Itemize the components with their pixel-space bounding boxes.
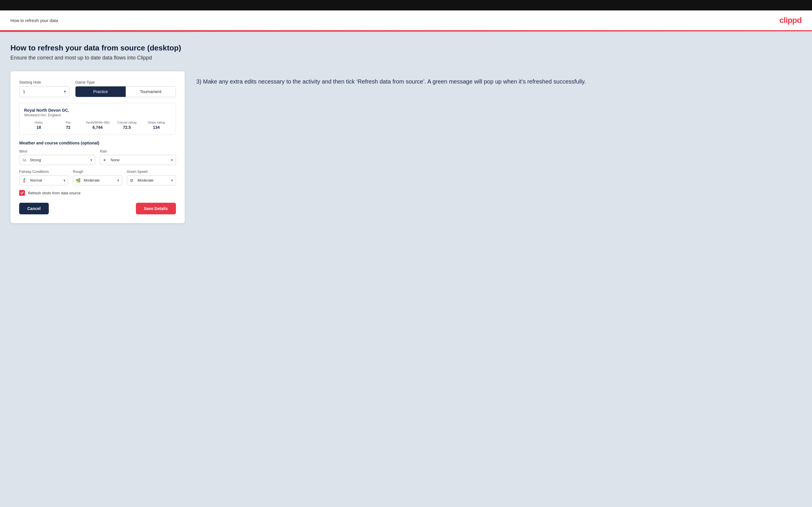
course-rating-stat: Course rating 72.5	[112, 121, 142, 130]
form-panel: Starting Hole 1 ▼ Game Type Practice Tou…	[10, 71, 185, 223]
refresh-label: Refresh shots from data source	[28, 191, 81, 195]
refresh-checkbox[interactable]	[19, 190, 25, 196]
save-button[interactable]: Save Details	[136, 203, 176, 214]
practice-button[interactable]: Practice	[75, 87, 125, 97]
starting-hole-select[interactable]: 1	[19, 86, 69, 97]
cancel-button[interactable]: Cancel	[19, 203, 49, 214]
fairway-select[interactable]: Normal	[19, 175, 68, 185]
page-subtitle: Ensure the correct and most up to date d…	[10, 55, 802, 61]
par-stat: Par 72	[53, 121, 83, 130]
course-info-box: Royal North Devon GC, Westward Ho!, Engl…	[19, 103, 176, 135]
green-speed-select[interactable]: Moderate	[127, 175, 176, 185]
action-row: Cancel Save Details	[19, 203, 176, 214]
fairway-label: Fairway Conditions	[19, 170, 68, 174]
page-breadcrumb: How to refresh your data	[10, 18, 58, 23]
course-name: Royal North Devon GC,	[24, 108, 171, 113]
slope-rating-value: 134	[153, 125, 160, 130]
info-panel: 3) Make any extra edits necessary to the…	[196, 71, 802, 86]
starting-hole-label: Starting Hole	[19, 80, 69, 84]
rough-label: Rough	[73, 170, 122, 174]
par-value: 72	[66, 125, 70, 130]
yards-value: 6,744	[92, 125, 102, 130]
game-type-toggle: Practice Tournament	[75, 86, 176, 97]
rain-label: Rain	[100, 149, 176, 154]
slope-rating-stat: Slope rating 134	[142, 121, 171, 130]
course-location: Westward Ho!, England	[24, 113, 171, 117]
course-rating-value: 72.5	[123, 125, 131, 130]
green-speed-label: Green Speed	[127, 170, 176, 174]
page-title: How to refresh your data from source (de…	[10, 44, 802, 53]
tournament-button[interactable]: Tournament	[126, 87, 175, 97]
logo: clippd	[779, 16, 802, 25]
game-type-label: Game Type	[75, 80, 176, 84]
slope-rating-label: Slope rating	[142, 121, 171, 124]
info-text: 3) Make any extra edits necessary to the…	[196, 77, 802, 86]
rough-select[interactable]: Moderate	[73, 175, 122, 185]
yards-stat: Yards/White (M)) 6,744	[83, 121, 112, 130]
holes-label: Holes	[24, 121, 53, 124]
wind-label: Wind	[19, 149, 95, 154]
course-rating-label: Course rating	[112, 121, 142, 124]
holes-value: 18	[37, 125, 41, 130]
wind-select[interactable]: Strong	[19, 155, 95, 165]
rain-select[interactable]: None	[100, 155, 176, 165]
holes-stat: Holes 18	[24, 121, 53, 130]
conditions-section-label: Weather and course conditions (optional)	[19, 141, 176, 145]
par-label: Par	[53, 121, 83, 124]
yards-label: Yards/White (M))	[83, 121, 112, 124]
